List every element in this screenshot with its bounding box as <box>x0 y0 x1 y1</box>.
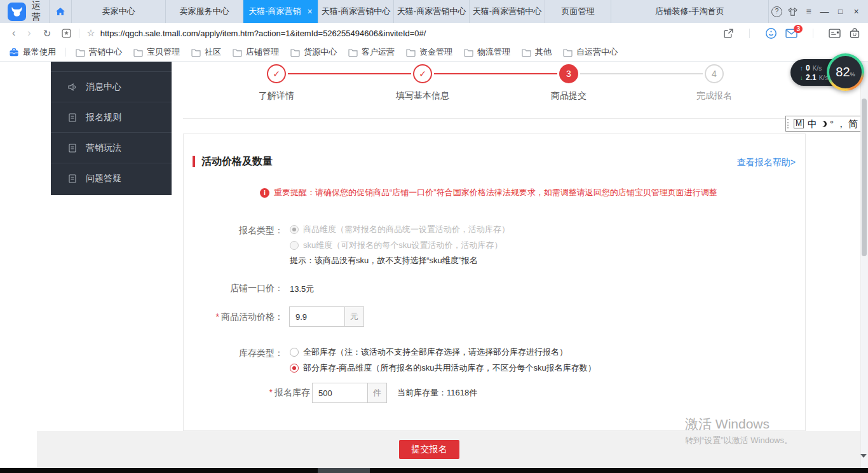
browser-tab[interactable]: 天猫-商家营销中心 <box>318 0 394 23</box>
submit-button[interactable]: 提交报名 <box>399 440 459 459</box>
bookmark-folder[interactable]: 货源中心 <box>290 46 337 58</box>
reload-icon[interactable]: ↻ <box>43 29 51 38</box>
help-link[interactable]: 查看报名帮助> <box>737 157 796 168</box>
browser-tab-active[interactable]: 天猫-商家营销 × <box>243 0 318 23</box>
radio-partial-stock[interactable]: 部分库存-商品维度（所有报名的sku共用活动库存，不区分每个sku报名库存数） <box>290 362 596 374</box>
ime-drag-handle[interactable] <box>787 119 791 128</box>
sidebar-item-message-center[interactable]: 消息中心 <box>51 71 172 102</box>
radio-label: 商品维度（需对报名的商品统一设置活动价，活动库存） <box>303 224 510 235</box>
divider <box>183 118 862 119</box>
skin-icon[interactable] <box>785 7 801 17</box>
step-circle: 3 <box>559 64 578 83</box>
folder-icon <box>563 48 573 57</box>
brand-label: 运营 <box>32 0 41 23</box>
folder-icon <box>233 48 242 57</box>
divider <box>79 29 79 38</box>
home-icon <box>55 6 65 17</box>
scrollbar-thumb[interactable] <box>862 99 867 256</box>
apply-stock-input[interactable] <box>312 383 368 403</box>
bookmark-folder[interactable]: 资金管理 <box>406 46 452 58</box>
open-external-icon[interactable] <box>723 28 734 39</box>
moon-icon[interactable] <box>820 121 827 127</box>
bookmark-folder[interactable]: 社区 <box>191 46 221 58</box>
radio-icon[interactable] <box>290 348 299 357</box>
stock-type-label: 库存类型： <box>184 348 283 359</box>
help-button[interactable]: ? <box>769 6 785 17</box>
divider <box>749 29 750 38</box>
bookmark-label: 客户运营 <box>362 46 395 58</box>
radio-icon-selected[interactable] <box>290 364 299 373</box>
id-card-icon[interactable] <box>829 29 841 38</box>
download-speed-value: 2.1 <box>806 74 817 81</box>
bookmark-label: 货源中心 <box>304 46 337 58</box>
bookmark-most-used[interactable]: 最常使用 <box>9 46 56 58</box>
back-icon[interactable]: ‹ <box>12 28 15 38</box>
maximize-button[interactable]: □ <box>832 7 848 16</box>
bookmark-label: 社区 <box>205 46 221 58</box>
browser-brand[interactable]: 运营 <box>0 0 49 23</box>
bookmark-folder[interactable]: 自运营中心 <box>563 46 618 58</box>
upload-speed-unit: K/s <box>813 65 822 72</box>
close-button[interactable]: × <box>848 6 864 17</box>
step-circle: ✓ <box>267 64 286 83</box>
radio-item-dimension: 商品维度（需对报名的商品统一设置活动价，活动库存） <box>290 224 510 235</box>
step-label: 完成报名 <box>663 90 765 102</box>
folder-icon <box>406 48 416 57</box>
radio-all-stock[interactable]: 全部库存（注：该活动不支持全部库存选择，请选择部分库存进行报名） <box>290 346 567 358</box>
activity-price-input[interactable] <box>289 306 345 327</box>
bookmark-folder[interactable]: 宝贝管理 <box>133 46 180 58</box>
sidebar-item-apply-rules[interactable]: 报名规则 <box>51 102 172 132</box>
bookmark-folder[interactable]: 其他 <box>522 46 552 58</box>
smiley-status-icon[interactable] <box>765 27 777 39</box>
apply-stock-label: *报名库存 <box>184 387 310 399</box>
favorite-star-icon[interactable]: ☆ <box>86 27 95 39</box>
page-badge-icon[interactable] <box>61 28 72 39</box>
sidebar-item-label: 报名规则 <box>86 112 121 123</box>
menu-button[interactable]: ≡ <box>801 6 817 17</box>
ime-mode-icon[interactable]: M <box>794 119 804 128</box>
ime-lang-toggle[interactable]: 中 <box>808 119 817 128</box>
bookmark-folder[interactable]: 营销中心 <box>76 46 122 58</box>
browser-tab[interactable]: 卖家中心 <box>72 0 166 23</box>
taskbar-item[interactable] <box>318 468 370 473</box>
sidebar-item-marketing-play[interactable]: 营销玩法 <box>51 132 172 163</box>
ime-punct-deg[interactable]: ° <box>830 119 834 128</box>
browser-tab[interactable]: 天猫-商家营销中心 <box>470 0 545 23</box>
forward-icon[interactable]: › <box>27 28 31 38</box>
ime-toolbar[interactable]: M 中 ° ， 简 <box>785 116 868 132</box>
taskbar-strip <box>0 468 868 473</box>
browser-tab[interactable]: 页面管理 <box>545 0 611 23</box>
bookmark-folder[interactable]: 物流管理 <box>464 46 510 58</box>
windows-watermark-title: 激活 Windows <box>685 415 770 433</box>
address-bar: ‹ › ↻ ☆ https://qgch.sale.tmall.com/appl… <box>0 23 868 43</box>
tab-label: 卖家中心 <box>102 6 135 17</box>
ime-punct-comma[interactable]: ， <box>836 119 846 128</box>
step-label: 商品提交 <box>518 90 620 102</box>
warning-text: 重要提醒：请确保您的促销商品“店铺一口价”符合国家价格法律法规要求，如需调整请返… <box>274 187 717 198</box>
bookmark-folder[interactable]: 店铺管理 <box>233 46 279 58</box>
browser-tab[interactable]: 卖家服务中心 <box>166 0 243 23</box>
mail-icon[interactable]: 3 <box>785 29 797 38</box>
memory-gauge-value: 82 <box>836 65 850 79</box>
browser-tab[interactable]: 店铺装修-手淘首页 <box>611 0 769 23</box>
bookmark-label: 物流管理 <box>477 46 510 58</box>
mail-badge: 3 <box>794 25 803 33</box>
briefcase-icon <box>9 48 19 57</box>
memory-gauge[interactable]: 82 % <box>827 53 864 91</box>
activity-price-label: *商品活动价格： <box>184 312 283 323</box>
bookmark-label: 资金管理 <box>419 46 452 58</box>
browser-tab[interactable]: 天猫-商家营销中心 <box>394 0 470 23</box>
ime-charset-toggle[interactable]: 简 <box>848 119 858 128</box>
shopping-bag-icon[interactable] <box>849 27 860 39</box>
scrollbar-down-arrow[interactable] <box>860 454 867 458</box>
bookmark-label: 宝贝管理 <box>147 46 180 58</box>
tab-home[interactable] <box>49 0 72 23</box>
url-text[interactable]: https://qgch.sale.tmall.com/apply/item.h… <box>100 29 723 38</box>
sidebar-item-faq[interactable]: 问题答疑 <box>51 163 172 193</box>
activity-panel: 活动价格及数量 查看报名帮助> i 重要提醒：请确保您的促销商品“店铺一口价”符… <box>183 134 806 431</box>
speaker-icon <box>67 82 78 92</box>
bookmark-folder[interactable]: 客户运营 <box>348 46 395 58</box>
minimize-button[interactable]: — <box>817 6 832 17</box>
doc-icon <box>67 143 78 153</box>
tab-close-icon[interactable]: × <box>308 7 313 16</box>
